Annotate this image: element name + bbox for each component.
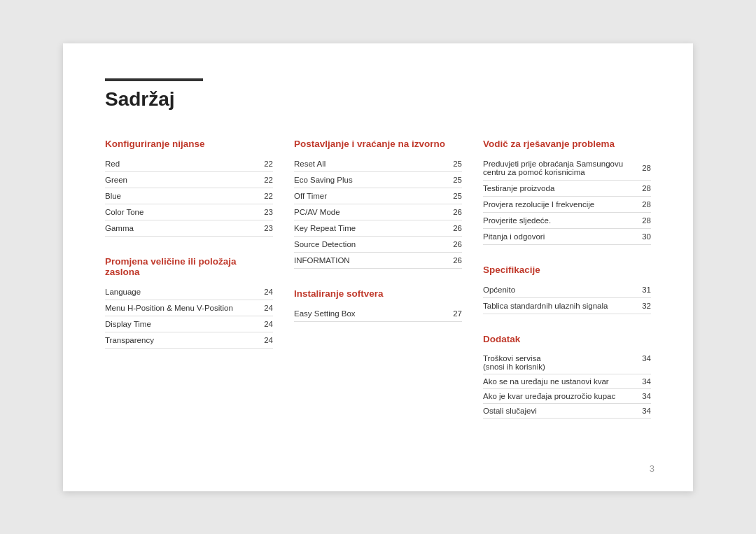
column-1: Konfiguriranje nijanse Red22Green22Blue2… [105,139,294,438]
section-title-instaliranje: Instaliranje softvera [294,288,462,299]
entry-page: 22 [241,188,273,204]
entry-label: PC/AV Mode [294,204,441,220]
table-row: Off Timer25 [294,188,462,204]
list-item: Ostali slučajevi34 [483,404,651,419]
entry-page: 25 [441,171,462,188]
table-row: Testiranje proizvoda28 [483,180,651,196]
table-row: Language24 [105,284,273,300]
entry-label: Red [105,156,241,172]
entry-label: Key Repeat Time [294,220,441,236]
entry-label: Menu H-Position & Menu V-Position [105,300,262,316]
table-row: INFORMATION26 [294,252,462,268]
column-3: Vodič za rješavanje problema Preduvjeti … [483,139,651,438]
page: Sadržaj Konfiguriranje nijanse Red22Gree… [63,43,693,491]
table-row: Green22 [105,171,273,188]
entry-page: 24 [262,284,273,300]
entry-label: Ako je kvar uređaja prouzročio kupac [483,392,642,400]
entry-page: 32 [640,297,651,314]
table-vodic: Preduvjeti prije obraćanja Samsungovu ce… [483,156,651,245]
entry-page: 31 [640,282,651,298]
entry-page: 23 [241,204,273,220]
entry-label: Tablica standardnih ulaznih signala [483,297,640,314]
table-instaliranje: Easy Setting Box27 [294,306,462,322]
entry-label: Reset All [294,156,441,172]
entry-page: 24 [262,316,273,332]
list-item: Troškovi servisa(snosi ih korisnik)34 [483,351,651,374]
table-row: Reset All25 [294,156,462,172]
table-row: Red22 [105,156,273,172]
entry-page: 27 [440,306,462,322]
entry-page: 22 [241,156,273,172]
entry-label: Testiranje proizvoda [483,180,642,196]
table-row: Transparency24 [105,332,273,348]
table-row: Pitanja i odgovori30 [483,228,651,244]
entry-label: Eco Saving Plus [294,171,441,188]
entry-page: 26 [441,204,462,220]
table-promjena: Language24Menu H-Position & Menu V-Posit… [105,284,273,349]
column-2: Postavljanje i vraćanje na izvorno Reset… [294,139,483,438]
entry-label: Easy Setting Box [294,306,440,322]
entry-page: 34 [642,407,651,415]
entry-page: 28 [642,196,651,212]
entry-label: Blue [105,188,241,204]
entry-label: Ostali slučajevi [483,407,642,415]
table-postavljanje: Reset All25Eco Saving Plus25Off Timer25P… [294,156,462,269]
entry-label: Transparency [105,332,262,348]
section-title-specifikacije: Specifikacije [483,265,651,275]
table-row: Color Tone23 [105,204,273,220]
table-row: Source Detection26 [294,236,462,252]
entry-page: 24 [262,332,273,348]
table-row: Display Time24 [105,316,273,332]
entry-label: Pitanja i odgovori [483,228,642,244]
entry-label: Gamma [105,220,241,236]
table-row: Key Repeat Time26 [294,220,462,236]
table-row: Blue22 [105,188,273,204]
entry-label: Language [105,284,262,300]
entry-page: 26 [441,252,462,268]
table-row: Općenito31 [483,282,651,298]
page-title: Sadržaj [105,88,651,111]
entry-page: 34 [642,354,651,363]
table-row: Tablica standardnih ulaznih signala32 [483,297,651,314]
section-title-vodic: Vodič za rješavanje problema [483,139,651,149]
entry-label: Off Timer [294,188,441,204]
entry-label: Općenito [483,282,640,298]
entry-page: 28 [642,156,651,181]
entry-page: 25 [441,156,462,172]
table-row: Easy Setting Box27 [294,306,462,322]
entry-page: 28 [642,212,651,228]
entry-label: Source Detection [294,236,441,252]
section-title-dodatak: Dodatak [483,334,651,344]
list-item: Ako je kvar uređaja prouzročio kupac34 [483,389,651,404]
entry-page: 28 [642,180,651,196]
table-row: Gamma23 [105,220,273,236]
title-bar [105,78,203,81]
entry-label: Green [105,171,241,188]
entry-page: 22 [241,171,273,188]
table-row: Provjerite sljedeće.28 [483,212,651,228]
page-number: 3 [650,463,654,474]
entry-label: Provjerite sljedeće. [483,212,642,228]
table-specifikacije: Općenito31Tablica standardnih ulaznih si… [483,282,651,314]
section-title-promjena: Promjena veličine ili položaja zaslona [105,256,273,277]
entry-page: 34 [642,377,651,386]
entry-page: 30 [642,228,651,244]
block-dodatak: Troškovi servisa(snosi ih korisnik)34Ako… [483,351,651,419]
list-item: Ako se na uređaju ne ustanovi kvar34 [483,374,651,389]
table-row: Provjera rezolucije I frekvencije28 [483,196,651,212]
table-konfiguriranje: Red22Green22Blue22Color Tone23Gamma23 [105,156,273,237]
entry-page: 26 [441,236,462,252]
entry-page: 25 [441,188,462,204]
table-row: PC/AV Mode26 [294,204,462,220]
entry-label: Troškovi servisa(snosi ih korisnik) [483,354,642,371]
entry-label: Provjera rezolucije I frekvencije [483,196,642,212]
entry-label: Preduvjeti prije obraćanja Samsungovu ce… [483,156,642,181]
entry-label: INFORMATION [294,252,441,268]
content-columns: Konfiguriranje nijanse Red22Green22Blue2… [105,139,651,438]
entry-label: Display Time [105,316,262,332]
table-row: Eco Saving Plus25 [294,171,462,188]
entry-page: 34 [642,392,651,400]
entry-label: Ako se na uređaju ne ustanovi kvar [483,377,642,386]
entry-page: 23 [241,220,273,236]
entry-label: Color Tone [105,204,241,220]
